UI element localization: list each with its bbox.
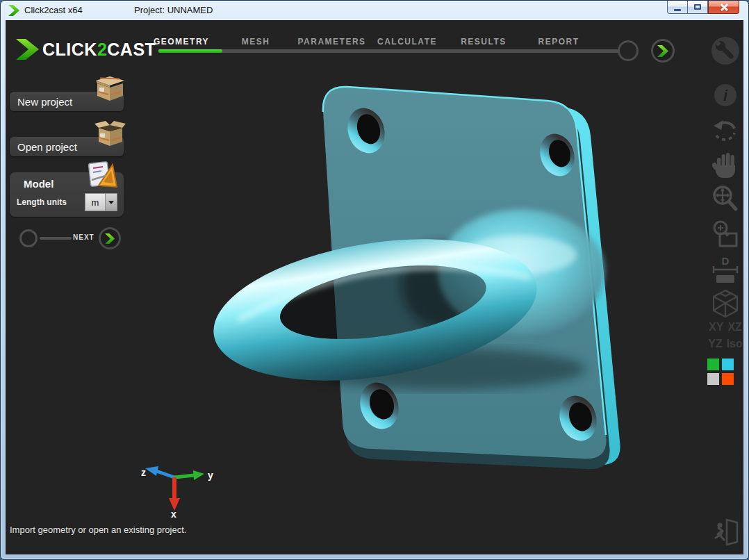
view-cube-icon [711, 288, 740, 319]
y-axis-label: y [208, 470, 213, 481]
wrench-icon [711, 36, 740, 65]
view-iso-button[interactable]: Iso [727, 338, 743, 349]
y-axis-arrow [174, 475, 194, 477]
swatch-green[interactable] [707, 359, 719, 370]
view-yz-button[interactable]: YZ [708, 338, 722, 349]
settings-button[interactable] [706, 36, 743, 65]
hand-icon [712, 151, 739, 179]
pan-button[interactable] [706, 151, 743, 179]
x-axis-label: x [171, 509, 176, 518]
window-title: Click2cast x64 [24, 5, 83, 15]
tab-results[interactable]: RESULTS [450, 37, 517, 49]
app-logo: CLICK2CAST [15, 37, 156, 62]
zoom-fit-icon [711, 186, 739, 213]
app-logo-icon [8, 4, 20, 19]
close-icon [720, 3, 728, 11]
swatch-cyan[interactable] [722, 359, 734, 370]
z-axis-label: z [141, 467, 146, 478]
svg-text:D: D [722, 255, 730, 267]
project-name-label: Project: UNNAMED [134, 5, 213, 15]
tab-report[interactable]: REPORT [525, 37, 592, 49]
zoom-fit-button[interactable] [706, 186, 743, 213]
tab-geometry[interactable]: GEOMETRY [143, 37, 220, 49]
tab-parameters[interactable]: PARAMETERS [292, 37, 372, 49]
closed-box-icon [93, 73, 126, 102]
length-units-value[interactable]: m [85, 193, 106, 211]
exit-door-icon [716, 520, 737, 545]
open-project-label: Open project [17, 141, 77, 153]
minimize-button[interactable] [667, 1, 688, 14]
workflow-progress [158, 49, 222, 53]
minimize-icon [674, 9, 681, 11]
y-axis-head [193, 470, 204, 480]
rotate-view-button[interactable] [706, 117, 743, 145]
length-units-dropdown-button[interactable] [106, 193, 117, 211]
length-units-label: Length units [17, 197, 67, 207]
maximize-icon [694, 4, 701, 10]
length-units-select[interactable]: m [85, 193, 117, 211]
view-xz-button[interactable]: XZ [727, 321, 741, 333]
color-swatches [707, 359, 734, 385]
title-bar: Click2cast x64 Project: UNNAMED [1, 1, 748, 20]
axis-triad: z y x [135, 459, 219, 518]
close-button[interactable] [708, 1, 739, 14]
status-message: Import geometry or open an existing proj… [10, 525, 186, 535]
view-orientation-buttons[interactable]: XYXZ YZIso [705, 319, 743, 352]
maximize-button[interactable] [688, 1, 708, 14]
tab-mesh[interactable]: MESH [221, 37, 290, 49]
model-units-icon [88, 159, 118, 190]
new-project-label: New project [17, 96, 72, 108]
rotate-icon [711, 117, 739, 145]
z-axis-arrow [156, 471, 174, 477]
model-panel-title: Model [24, 178, 54, 190]
dropdown-arrow-icon [108, 201, 114, 204]
info-icon: i [714, 83, 737, 107]
next-chevron-icon [657, 44, 669, 58]
next-step-chevron-icon [105, 233, 115, 245]
app-window: Click2cast x64 Project: UNNAMED [0, 0, 749, 560]
view-xy-button[interactable]: XY [709, 321, 723, 333]
zoom-window-button[interactable] [706, 220, 743, 248]
dimension-icon: D [711, 255, 739, 284]
logo-text-click: CLICK [42, 40, 97, 59]
swatch-gray[interactable] [707, 373, 719, 385]
open-box-icon [93, 118, 126, 147]
exit-button[interactable] [713, 516, 739, 547]
window-controls [667, 1, 739, 14]
next-label: NEXT [73, 233, 94, 241]
workflow-next-button[interactable] [651, 39, 675, 63]
info-button[interactable]: i [706, 83, 743, 107]
logo-chevron-icon [15, 37, 40, 62]
z-axis-head [145, 466, 158, 476]
app-content: CLICK2CAST GEOMETRY MESH PARAMETERS CALC… [6, 20, 743, 554]
workflow-knob[interactable] [618, 40, 639, 61]
measure-button[interactable]: D [706, 255, 743, 284]
tab-calculate[interactable]: CALCULATE [372, 37, 442, 49]
swatch-orange[interactable] [722, 373, 734, 385]
screen: Click2cast x64 Project: UNNAMED [0, 0, 749, 560]
svg-text:i: i [723, 87, 728, 104]
next-slider-track [40, 237, 72, 240]
workflow-track [158, 49, 620, 53]
next-step-button[interactable] [99, 227, 121, 249]
logo-text-2: 2 [97, 40, 107, 59]
back-knob[interactable] [19, 229, 38, 247]
zoom-window-icon [711, 220, 739, 248]
iso-view-button[interactable] [706, 288, 743, 319]
